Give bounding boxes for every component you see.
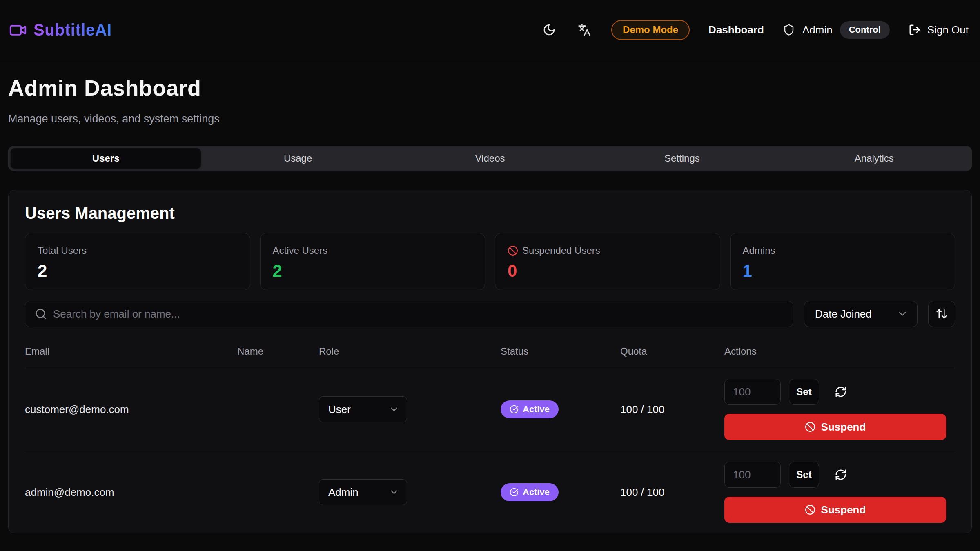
status-badge: Active [501,483,559,501]
actions-cell: Set [724,379,955,440]
demo-mode-badge: Demo Mode [611,20,690,40]
users-table: Email Name Role Status Quota Actions cus… [25,346,955,533]
page-title: Admin Dashboard [8,75,972,100]
refresh-icon [835,386,847,398]
languages-icon [578,23,591,36]
chevron-down-icon [389,404,399,415]
search-input[interactable] [25,301,793,327]
tab-analytics[interactable]: Analytics [779,148,969,169]
col-email: Email [25,346,237,357]
circle-check-icon [510,488,519,497]
status-label: Active [523,404,550,415]
sort-field-select[interactable]: Date Joined [804,301,918,327]
col-role: Role [319,346,501,357]
refresh-icon [835,469,847,481]
video-camera-icon [9,21,27,39]
role-select-value: User [328,403,351,416]
users-management-panel: Users Management Total Users 2 Active Us… [8,190,972,533]
nav-right: Demo Mode Dashboard Admin Control Sign O… [541,20,969,40]
brand[interactable]: SubtitleAI [9,21,112,39]
shield-icon [783,24,795,36]
user-email: customer@demo.com [25,403,237,416]
stat-value-suspended-users: 0 [508,261,708,281]
tab-usage[interactable]: Usage [203,148,393,169]
panel-title: Users Management [25,204,955,222]
suspend-button[interactable]: Suspend [724,497,946,523]
stat-label: Active Users [273,245,473,256]
stat-label: Suspended Users [522,245,600,256]
suspend-label: Suspend [821,504,866,516]
user-email: admin@demo.com [25,486,237,499]
moon-icon [543,23,556,36]
suspend-label: Suspend [821,421,866,433]
quota-input[interactable] [724,379,781,405]
quota-value: 100 / 100 [620,486,724,499]
control-badge: Control [840,21,890,38]
role-select-value: Admin [328,486,359,499]
nav-dashboard-link[interactable]: Dashboard [708,24,764,36]
log-out-icon [909,24,921,36]
circle-check-icon [510,405,519,414]
arrow-up-down-icon [935,308,948,320]
quota-input[interactable] [724,462,781,488]
suspend-button[interactable]: Suspend [724,414,946,440]
col-actions: Actions [724,346,955,357]
chevron-down-icon [897,308,908,320]
stat-card-total-users: Total Users 2 [25,233,250,290]
brand-title: SubtitleAI [33,21,112,39]
tab-bar: Users Usage Videos Settings Analytics [8,146,972,171]
page-header: Admin Dashboard Manage users, videos, an… [0,60,980,125]
sort-field-value: Date Joined [815,308,872,320]
search-wrap [25,301,793,327]
search-icon [35,308,47,320]
actions-cell: Set [724,462,955,523]
page-subtitle: Manage users, videos, and system setting… [8,113,972,125]
theme-toggle-button[interactable] [541,22,557,38]
set-quota-button[interactable]: Set [789,462,819,488]
filter-row: Date Joined [25,301,955,327]
stat-value-active-users: 2 [273,261,473,281]
ban-icon [805,504,815,515]
stats-row: Total Users 2 Active Users 2 Suspended U… [25,233,955,290]
reset-quota-button[interactable] [835,469,847,481]
table-row: admin@demo.com Admin [25,451,955,533]
sort-direction-button[interactable] [928,301,955,327]
admin-label: Admin [802,24,833,36]
stat-value-admins: 1 [743,261,943,281]
role-select[interactable]: Admin [319,479,407,505]
table-header: Email Name Role Status Quota Actions [25,346,955,368]
col-quota: Quota [620,346,724,357]
set-quota-button[interactable]: Set [789,379,819,405]
language-button[interactable] [576,22,592,38]
sign-out-button[interactable]: Sign Out [909,24,969,36]
stat-value-total-users: 2 [38,261,238,281]
tab-users[interactable]: Users [11,148,201,169]
quota-value: 100 / 100 [620,403,724,416]
col-status: Status [501,346,620,357]
stat-label: Admins [743,245,943,256]
reset-quota-button[interactable] [835,386,847,398]
stat-card-active-users: Active Users 2 [260,233,486,290]
stat-card-suspended-users: Suspended Users 0 [495,233,720,290]
ban-icon [508,245,518,256]
admin-role-group: Admin Control [783,21,890,38]
sign-out-label: Sign Out [927,24,969,36]
table-row: customer@demo.com User [25,368,955,451]
tab-settings[interactable]: Settings [587,148,777,169]
ban-icon [805,422,815,432]
stat-card-admins: Admins 1 [730,233,956,290]
stat-label: Total Users [38,245,238,256]
status-label: Active [523,487,550,498]
top-nav: SubtitleAI Demo Mode Dashboard [0,0,980,60]
chevron-down-icon [389,487,399,498]
status-badge: Active [501,400,559,418]
col-name: Name [237,346,319,357]
role-select[interactable]: User [319,396,407,422]
tab-videos[interactable]: Videos [395,148,585,169]
